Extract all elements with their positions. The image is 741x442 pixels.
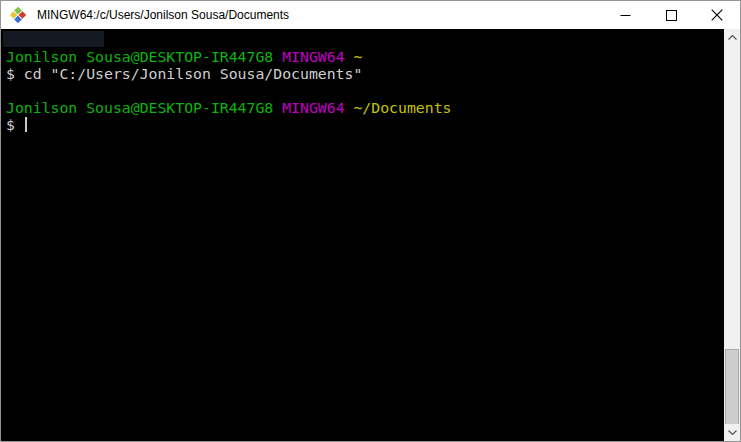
terminal-cursor [25,117,27,132]
terminal-text-segment: $ cd "C:/Users/Jonilson Sousa/Documents" [6,65,362,82]
maximize-icon [666,10,677,21]
terminal-output: Jonilson Sousa@DESKTOP-IR447G8 MINGW64 ~… [6,31,724,133]
git-bash-mintty-icon[interactable] [9,6,27,24]
terminal-text-segment: Jonilson Sousa@DESKTOP-IR447G8 [6,48,273,65]
window-title: MINGW64:/c/Users/Jonilson Sousa/Document… [37,8,602,22]
chevron-down-icon [728,430,737,435]
terminal-line [6,31,724,48]
terminal-text-segment: Jonilson Sousa@DESKTOP-IR447G8 [6,99,273,116]
terminal-line: $ cd "C:/Users/Jonilson Sousa/Documents" [6,65,724,82]
terminal-line [6,82,724,99]
terminal-text-segment [273,48,282,65]
terminal-screen[interactable]: Jonilson Sousa@DESKTOP-IR447G8 MINGW64 ~… [1,29,724,441]
terminal-text-segment: MINGW64 [282,48,344,65]
caption-buttons [602,1,740,29]
terminal-text-segment: MINGW64 [282,99,344,116]
vertical-scrollbar[interactable] [724,29,740,441]
minimize-button[interactable] [602,1,648,29]
terminal-window: MINGW64:/c/Users/Jonilson Sousa/Document… [0,0,741,442]
title-bar[interactable]: MINGW64:/c/Users/Jonilson Sousa/Document… [1,1,740,29]
terminal-text-segment: $ [6,116,24,133]
scroll-down-button[interactable] [724,424,740,441]
close-button[interactable] [694,1,740,29]
terminal-line: Jonilson Sousa@DESKTOP-IR447G8 MINGW64 ~… [6,99,724,116]
scroll-up-button[interactable] [724,29,740,46]
scrollbar-thumb[interactable] [725,349,739,427]
minimize-icon [620,10,631,21]
terminal-line: Jonilson Sousa@DESKTOP-IR447G8 MINGW64 ~ [6,48,724,65]
terminal-text-segment: ~/Documents [345,99,452,116]
terminal-text-segment [273,99,282,116]
terminal-line: $ [6,116,724,133]
close-icon [711,9,723,21]
maximize-button[interactable] [648,1,694,29]
chevron-up-icon [728,35,737,40]
terminal-text-segment: ~ [345,48,363,65]
